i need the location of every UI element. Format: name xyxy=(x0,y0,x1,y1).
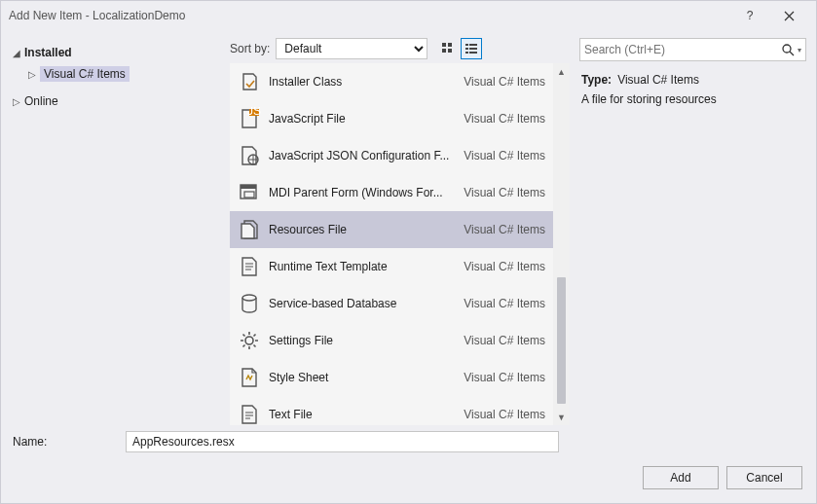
window-title: Add New Item - LocalizationDemo xyxy=(9,9,730,22)
view-list[interactable] xyxy=(461,38,482,59)
svg-rect-8 xyxy=(465,52,468,54)
svg-rect-1 xyxy=(448,43,452,47)
close-icon xyxy=(784,11,795,21)
template-list[interactable]: Installer Class Visual C# Items JS JavaS… xyxy=(230,63,570,425)
javascript-file-icon: JS xyxy=(238,107,261,130)
svg-rect-4 xyxy=(465,44,468,46)
svg-text:JS: JS xyxy=(247,107,261,118)
collapse-icon: ◢ xyxy=(13,48,24,58)
template-item[interactable]: Installer Class Visual C# Items xyxy=(230,63,553,100)
template-item[interactable]: MDI Parent Form (Windows For... Visual C… xyxy=(230,174,553,211)
name-row: Name: xyxy=(1,425,816,456)
search-dropdown-icon[interactable]: ▾ xyxy=(798,46,801,54)
stylesheet-icon xyxy=(238,366,261,389)
text-file-icon xyxy=(238,403,261,425)
center-pane: Sort by: Default Installer Class Visual … xyxy=(230,38,570,425)
text-template-icon xyxy=(238,255,261,278)
sort-bar: Sort by: Default xyxy=(230,38,570,59)
main-area: ◢ Installed ▷ Visual C# Items ▷ Online S… xyxy=(1,30,816,425)
svg-rect-2 xyxy=(442,49,446,53)
template-tree: ◢ Installed ▷ Visual C# Items ▷ Online xyxy=(11,38,230,425)
template-item[interactable]: JS JavaScript File Visual C# Items xyxy=(230,100,553,137)
template-item[interactable]: Style Sheet Visual C# Items xyxy=(230,359,553,396)
svg-point-17 xyxy=(245,337,253,344)
search-icon[interactable] xyxy=(781,43,795,56)
cancel-button[interactable]: Cancel xyxy=(726,466,802,489)
details-pane: ▾ Type: Visual C# Items A file for stori… xyxy=(570,38,806,425)
scroll-up-icon[interactable]: ▲ xyxy=(553,63,570,80)
settings-icon xyxy=(238,329,261,352)
database-icon xyxy=(238,292,261,315)
template-item[interactable]: Text File Visual C# Items xyxy=(230,396,553,425)
list-icon xyxy=(464,42,478,55)
tree-csharp-items[interactable]: ▷ Visual C# Items xyxy=(11,63,220,85)
svg-point-16 xyxy=(242,295,256,301)
scroll-down-icon[interactable]: ▼ xyxy=(553,409,570,425)
tree-online[interactable]: ▷ Online xyxy=(11,90,220,112)
expand-icon: ▷ xyxy=(13,96,24,107)
close-button[interactable] xyxy=(769,1,808,30)
svg-rect-9 xyxy=(469,52,477,54)
view-small-icons[interactable] xyxy=(437,38,459,59)
json-config-icon xyxy=(238,144,261,167)
mdi-form-icon xyxy=(238,181,261,204)
svg-rect-5 xyxy=(469,44,477,46)
svg-rect-0 xyxy=(442,43,446,47)
svg-rect-6 xyxy=(465,48,468,50)
search-input[interactable] xyxy=(584,43,781,56)
template-list-wrap: Installer Class Visual C# Items JS JavaS… xyxy=(230,63,570,425)
scroll-thumb[interactable] xyxy=(557,277,566,404)
name-input[interactable] xyxy=(126,431,559,452)
sort-dropdown[interactable]: Default xyxy=(276,38,427,59)
svg-rect-14 xyxy=(241,185,256,189)
template-item[interactable]: JavaScript JSON Configuration F... Visua… xyxy=(230,137,553,174)
tree-installed[interactable]: ◢ Installed xyxy=(11,42,220,63)
svg-rect-7 xyxy=(469,48,477,50)
titlebar: Add New Item - LocalizationDemo ? xyxy=(1,1,816,30)
detail-description: A file for storing resources xyxy=(579,92,806,106)
name-label: Name: xyxy=(13,435,114,449)
help-button[interactable]: ? xyxy=(730,1,769,30)
resources-file-icon xyxy=(238,218,261,241)
template-item[interactable]: Settings File Visual C# Items xyxy=(230,322,553,359)
installer-class-icon xyxy=(238,70,261,93)
grid-small-icon xyxy=(441,42,455,55)
detail-type: Type: Visual C# Items xyxy=(579,73,806,87)
add-button[interactable]: Add xyxy=(643,466,719,489)
scrollbar[interactable]: ▲ ▼ xyxy=(553,63,570,425)
view-toggle xyxy=(437,38,482,59)
svg-rect-3 xyxy=(448,49,452,53)
svg-rect-15 xyxy=(244,192,254,198)
template-item[interactable]: Service-based Database Visual C# Items xyxy=(230,285,553,322)
svg-point-18 xyxy=(783,45,791,53)
expand-icon: ▷ xyxy=(28,69,40,80)
sort-label: Sort by: xyxy=(230,42,270,55)
search-box[interactable]: ▾ xyxy=(579,38,806,61)
dialog-buttons: Add Cancel xyxy=(1,456,816,503)
template-item[interactable]: Runtime Text Template Visual C# Items xyxy=(230,248,553,285)
template-item-selected[interactable]: Resources File Visual C# Items xyxy=(230,211,553,248)
